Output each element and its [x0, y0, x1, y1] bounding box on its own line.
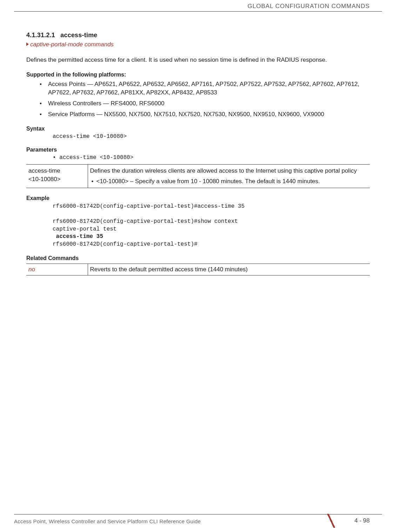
intro-paragraph: Defines the permitted access time for a … — [26, 56, 370, 65]
param-name-cell: access-time <10-10080> — [26, 165, 88, 188]
list-item: Service Platforms — NX5500, NX7500, NX75… — [40, 110, 370, 119]
example-line: captive-portal test — [53, 226, 116, 232]
supported-list: Access Points — AP6521, AP6522, AP6532, … — [26, 80, 370, 119]
example-block: rfs6000-81742D(config-captive-portal-tes… — [26, 203, 370, 248]
param-desc-line: Defines the duration wireless clients ar… — [90, 167, 367, 175]
footer-title: Access Point, Wireless Controller and Se… — [14, 518, 201, 524]
example-line: rfs6000-81742D(config-captive-portal-tes… — [53, 218, 238, 225]
list-item: Wireless Controllers — RFS4000, RFS6000 — [40, 99, 370, 108]
syntax-heading: Syntax — [26, 126, 370, 132]
footer-page-number: 4 - 98 — [355, 517, 370, 524]
parameters-table: access-time <10-10080> Defines the durat… — [26, 164, 370, 188]
table-row: no Reverts to the default permitted acce… — [26, 264, 370, 275]
section-heading: 4.1.31.2.1 access-time — [26, 32, 370, 39]
top-rule — [14, 11, 382, 12]
page-content: 4.1.31.2.1 access-time captive-portal-mo… — [0, 0, 396, 275]
section-number: 4.1.31.2.1 — [26, 32, 55, 39]
param-desc-cell: Defines the duration wireless clients ar… — [88, 165, 370, 188]
example-line: rfs6000-81742D(config-captive-portal-tes… — [53, 203, 244, 210]
running-header: GLOBAL CONFIGURATION COMMANDS — [248, 3, 370, 10]
section-title: access-time — [60, 32, 97, 39]
syntax-code: access-time <10-10080> — [26, 133, 370, 140]
list-item: Access Points — AP6521, AP6522, AP6532, … — [40, 80, 370, 97]
example-line: rfs6000-81742D(config-captive-portal-tes… — [53, 241, 197, 247]
breadcrumb-label: captive-portal-mode commands — [30, 41, 114, 48]
table-row: access-time <10-10080> Defines the durat… — [26, 165, 370, 188]
related-desc-cell: Reverts to the default permitted access … — [88, 264, 370, 275]
parameters-bullet: • access-time <10-10080> — [26, 154, 370, 161]
breadcrumb[interactable]: captive-portal-mode commands — [26, 41, 370, 48]
related-cmd-cell[interactable]: no — [26, 264, 88, 275]
example-line-bold: access-time 35 — [53, 233, 103, 240]
parameters-heading: Parameters — [26, 147, 370, 153]
slash-decoration-icon — [321, 514, 342, 528]
arrow-right-icon — [26, 42, 29, 46]
param-desc-bullet: <10-10080> – Specify a value from 10 - 1… — [90, 177, 367, 186]
supported-heading: Supported in the following platforms: — [26, 72, 370, 78]
example-heading: Example — [26, 195, 370, 201]
related-heading: Related Commands — [26, 255, 370, 261]
related-table: no Reverts to the default permitted acce… — [26, 264, 370, 275]
